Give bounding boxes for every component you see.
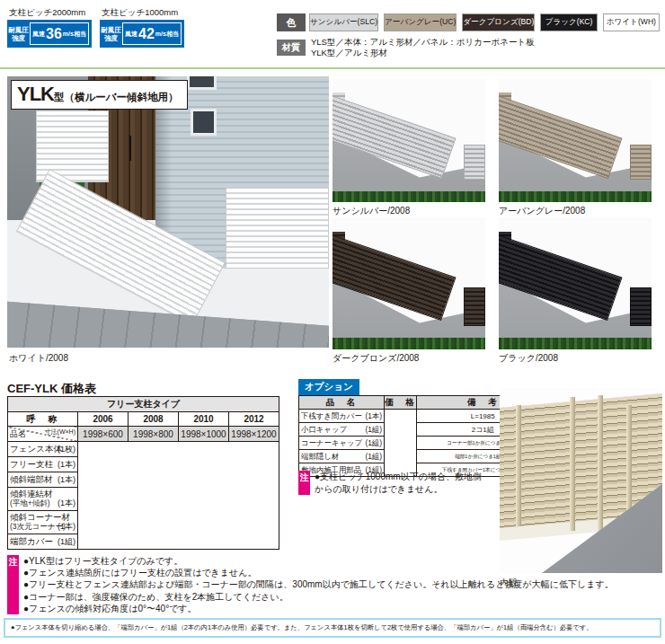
price-table-type-header: フリー支柱タイプ	[8, 397, 279, 412]
note-tag: 注	[7, 555, 19, 614]
interior-view-photo	[500, 388, 662, 573]
dimension-header: 寸法(W×H)	[45, 428, 75, 437]
main-product-photo: YLK 型（横ルーバー傾斜地用）	[7, 76, 329, 348]
window-graphic	[187, 76, 216, 90]
product-title-box: YLK 型（横ルーバー傾斜地用）	[11, 80, 188, 110]
sample-photo-sunsilver	[332, 79, 485, 202]
fence-graphic	[464, 287, 485, 326]
sample-caption: ブラック/2008	[499, 352, 558, 365]
door-handle-graphic	[129, 136, 131, 160]
product-title-suffix: 型（横ルーバー傾斜地用）	[54, 91, 179, 104]
sample-caption: サンシルバー/2008	[332, 205, 410, 217]
pitch-label-1000: 支柱ピッチ1000mm	[102, 7, 178, 19]
note-item: ●フリー支柱とフェンス連結部および端部・コーナー部の間隔は、300mm以内で施工…	[23, 578, 614, 590]
sample-photo-darkbronze	[332, 217, 485, 349]
price-table-column: 2010	[179, 412, 229, 427]
hedge-graphic	[332, 191, 485, 202]
table-row-slope-end: 傾斜端部材 (1本)	[8, 472, 78, 488]
price-table-column: 2006	[78, 412, 129, 427]
wind-speed-value: 42	[137, 27, 155, 41]
item-name-header: 品名	[10, 428, 26, 440]
fence-graphic	[464, 145, 485, 181]
table-row-slope-corner: 傾斜コーナー材 (3次元コーナー) (1本)	[8, 511, 78, 534]
fence-graphic	[630, 287, 652, 326]
interior-caption: 内観	[500, 577, 518, 589]
table-row-slope-joint: 傾斜連結材 (平地+傾斜) (1本)	[8, 488, 78, 511]
fence-graphic	[630, 145, 652, 181]
fence-post-graphic	[516, 405, 521, 527]
price-table-title: CEF-YLK 価格表	[7, 381, 96, 397]
color-chip-darkbronze: ダークブロンズ(BD)	[462, 13, 535, 31]
product-title-code: YLK	[17, 83, 54, 106]
size-cell: 1998×1000	[179, 427, 229, 442]
table-row-end-cover: 端部カバー (1組)	[8, 534, 78, 550]
note-item: ●コーナー部は、強度確保のため、支柱を2本施工してください。	[23, 591, 614, 603]
footer-note: ●フェンス本体を切り縮める場合、「端部カバー」が1組（2本の内1本のみ使用）必要…	[4, 618, 661, 638]
option-row-end-cap: 小口キャップ(1組)	[299, 423, 385, 437]
wind-badge-left-label: 耐風圧 強度	[7, 20, 30, 48]
option-row-gap-cover: 下桟すき間カバー(1本)	[299, 410, 385, 423]
price-table-call-header: 呼 称	[8, 412, 78, 427]
price-table-column: 2012	[229, 412, 279, 427]
options-note-block: 注 ●支柱ピッチ1000mm以下の場合、敷地側からの取り付けはできません。	[298, 471, 483, 495]
size-cell: 1998×1200	[229, 427, 279, 442]
note-item: ●フェンスの傾斜対応角度は0°〜40°です。	[23, 603, 614, 614]
wind-speed-box: 風速 42 m/s相当	[122, 22, 182, 45]
color-chip-black: ブラック(KC)	[540, 13, 597, 31]
note-tag: 注	[298, 471, 310, 495]
size-cell: 1998×800	[129, 427, 179, 442]
wind-speed-box: 風速 36 m/s相当	[30, 22, 89, 45]
green-divider	[0, 67, 665, 69]
hedge-graphic	[499, 338, 652, 349]
price-table-diagonal-header: 寸法(W×H) 品名	[8, 427, 78, 442]
table-row-free-post: フリー支柱 (1本)	[8, 457, 78, 472]
window-graphic	[191, 109, 217, 136]
sample-photo-urbangray	[499, 79, 652, 202]
sample-caption: ダークブロンズ/2008	[332, 352, 419, 365]
wind-speed-value: 36	[45, 27, 63, 41]
hedge-graphic	[499, 191, 652, 202]
fence-post-graphic	[570, 397, 575, 530]
wind-resistance-badge-1000: 耐風圧 強度 風速 42 m/s相当	[100, 20, 184, 48]
color-chip-row: サンシルバー(SLC) アーバングレー(UC) ダークブロンズ(BD) ブラック…	[309, 13, 660, 31]
table-row-fence-body: フェンス本体 (1枚)	[8, 442, 78, 457]
options-column-name: 品 名	[299, 396, 385, 410]
option-row-corner-cap: コーナーキャップ(1組)	[299, 437, 385, 450]
material-description: YLS型／本体：アルミ形材／パネル：ポリカーボネート板 YLK型／アルミ形材	[311, 37, 535, 58]
option-row-end-hide: 端部隠し材(1組)	[299, 450, 385, 463]
price-table-column: 2008	[129, 412, 179, 427]
price-values-area	[78, 442, 279, 550]
note-lines: ●支柱ピッチ1000mm以下の場合、敷地側からの取り付けはできません。	[315, 471, 483, 495]
material-section-label: 材質	[277, 40, 306, 56]
hedge-graphic	[332, 338, 485, 349]
color-chip-white: ホワイト(WH)	[603, 13, 660, 31]
price-table: フリー支柱タイプ 呼 称 2006 2008 2010 2012 寸法(W×H)…	[7, 396, 279, 550]
pitch-label-2000: 支柱ピッチ2000mm	[9, 7, 85, 19]
options-price-area	[385, 410, 417, 477]
sample-caption: アーバングレー/2008	[499, 205, 585, 217]
color-section-label: 色	[277, 13, 306, 31]
main-photo-caption: ホワイト/2008	[9, 352, 68, 365]
fence-right-panel-graphic	[226, 188, 329, 269]
catalog-page: 支柱ピッチ2000mm 耐風圧 強度 風速 36 m/s相当 支柱ピッチ1000…	[0, 0, 665, 644]
sample-photo-black	[499, 217, 652, 349]
fence-post-graphic	[598, 395, 603, 532]
options-label: オプション	[298, 379, 359, 396]
size-cell: 1998×600	[78, 427, 129, 442]
options-column-price: 価 格	[385, 396, 417, 410]
wind-resistance-badge-2000: 耐風圧 強度 風速 36 m/s相当	[7, 20, 92, 48]
color-chip-urbangray: アーバングレー(UC)	[384, 13, 457, 31]
color-chip-sunsilver: サンシルバー(SLC)	[309, 13, 378, 31]
wind-badge-left-label: 耐風圧 強度	[100, 20, 122, 48]
